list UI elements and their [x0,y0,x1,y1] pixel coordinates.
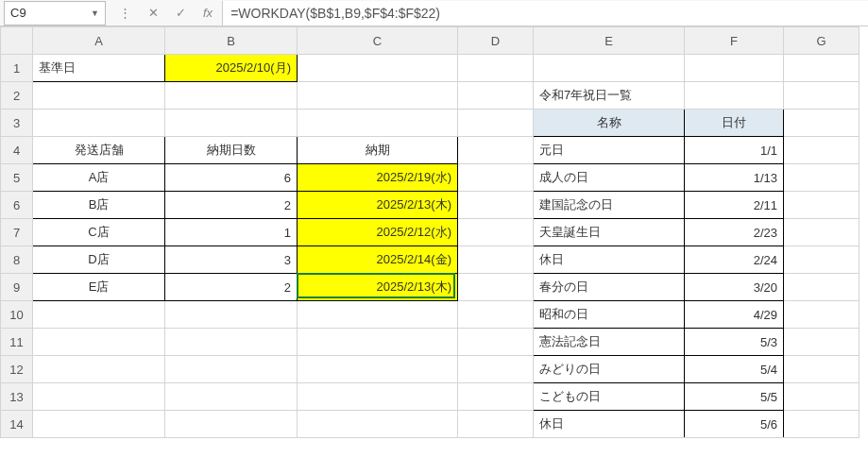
cell-D8[interactable] [458,246,534,274]
cell-C6[interactable]: 2025/2/13(木) [298,192,458,219]
row-header[interactable]: 12 [1,356,33,383]
cell-A5[interactable]: A店 [33,164,165,192]
cell-C9[interactable]: 2025/2/13(木) [298,274,458,301]
cell-E11[interactable]: 憲法記念日 [534,329,685,356]
cell-D5[interactable] [458,164,534,192]
cell-G5[interactable] [784,164,859,192]
row-header[interactable]: 3 [1,110,33,137]
cell-C8[interactable]: 2025/2/14(金) [298,246,458,274]
cell-B7[interactable]: 1 [165,219,298,246]
cell-A13[interactable] [33,383,165,411]
cell-C10[interactable] [298,301,458,329]
cell-A7[interactable]: C店 [33,219,165,246]
cancel-icon[interactable]: ✕ [148,6,159,20]
cell-A2[interactable] [33,82,165,110]
cell-F2[interactable] [685,82,784,110]
cell-G6[interactable] [784,192,859,219]
cell-B13[interactable] [165,383,298,411]
cell-E4[interactable]: 元日 [534,137,685,164]
cell-G11[interactable] [784,329,859,356]
cell-D7[interactable] [458,219,534,246]
cell-E2[interactable]: 令和7年祝日一覧 [534,82,685,110]
cell-E13[interactable]: こどもの日 [534,383,685,411]
cell-F12[interactable]: 5/4 [685,356,784,383]
cell-F14[interactable]: 5/6 [685,411,784,438]
cell-C3[interactable] [298,110,458,137]
accept-icon[interactable]: ✓ [176,6,186,20]
cell-B8[interactable]: 3 [165,246,298,274]
cell-A1[interactable]: 基準日 [33,55,165,82]
cell-A10[interactable] [33,301,165,329]
cell-G10[interactable] [784,301,859,329]
cell-F8[interactable]: 2/24 [685,246,784,274]
cell-C5[interactable]: 2025/2/19(水) [298,164,458,192]
cell-G7[interactable] [784,219,859,246]
cell-B1[interactable]: 2025/2/10(月) [165,55,298,82]
cell-A8[interactable]: D店 [33,246,165,274]
cell-F7[interactable]: 2/23 [685,219,784,246]
col-header-C[interactable]: C [298,27,458,55]
cell-C14[interactable] [298,411,458,438]
cell-B6[interactable]: 2 [165,192,298,219]
col-header-F[interactable]: F [685,27,784,55]
cell-F3[interactable]: 日付 [685,110,784,137]
cell-A11[interactable] [33,329,165,356]
cell-F1[interactable] [685,55,784,82]
row-header[interactable]: 4 [1,137,33,164]
cell-D10[interactable] [458,301,534,329]
cell-G13[interactable] [784,383,859,411]
row-header[interactable]: 6 [1,192,33,219]
cell-C11[interactable] [298,329,458,356]
cell-D1[interactable] [458,55,534,82]
cell-C1[interactable] [298,55,458,82]
cell-G4[interactable] [784,137,859,164]
row-header[interactable]: 11 [1,329,33,356]
cell-B10[interactable] [165,301,298,329]
cell-B4[interactable]: 納期日数 [165,137,298,164]
fx-icon[interactable]: fx [203,6,213,20]
cell-B14[interactable] [165,411,298,438]
col-header-A[interactable]: A [33,27,165,55]
cell-B11[interactable] [165,329,298,356]
cell-C7[interactable]: 2025/2/12(水) [298,219,458,246]
formula-input[interactable] [222,1,868,25]
col-header-G[interactable]: G [784,27,859,55]
row-header[interactable]: 5 [1,164,33,192]
cell-D14[interactable] [458,411,534,438]
row-header[interactable]: 10 [1,301,33,329]
cell-E7[interactable]: 天皇誕生日 [534,219,685,246]
row-header[interactable]: 1 [1,55,33,82]
col-header-B[interactable]: B [165,27,298,55]
cell-A9[interactable]: E店 [33,274,165,301]
cell-D11[interactable] [458,329,534,356]
cell-E12[interactable]: みどりの日 [534,356,685,383]
cell-F9[interactable]: 3/20 [685,274,784,301]
cell-F6[interactable]: 2/11 [685,192,784,219]
cell-C12[interactable] [298,356,458,383]
cell-G8[interactable] [784,246,859,274]
cell-E10[interactable]: 昭和の日 [534,301,685,329]
row-header[interactable]: 13 [1,383,33,411]
cell-D13[interactable] [458,383,534,411]
cell-A12[interactable] [33,356,165,383]
row-header[interactable]: 8 [1,246,33,274]
cell-D12[interactable] [458,356,534,383]
cell-C13[interactable] [298,383,458,411]
cell-B5[interactable]: 6 [165,164,298,192]
row-header[interactable]: 2 [1,82,33,110]
row-header[interactable]: 9 [1,274,33,301]
cell-E14[interactable]: 休日 [534,411,685,438]
cell-G12[interactable] [784,356,859,383]
select-all-corner[interactable] [1,27,33,55]
cell-A6[interactable]: B店 [33,192,165,219]
cell-C2[interactable] [298,82,458,110]
name-box[interactable]: C9 ▼ [4,1,106,25]
cell-D2[interactable] [458,82,534,110]
expand-icon[interactable]: ⋮ [119,6,131,20]
cell-E5[interactable]: 成人の日 [534,164,685,192]
cell-E8[interactable]: 休日 [534,246,685,274]
cell-F5[interactable]: 1/13 [685,164,784,192]
cell-C4[interactable]: 納期 [298,137,458,164]
cell-E3[interactable]: 名称 [534,110,685,137]
cell-B3[interactable] [165,110,298,137]
